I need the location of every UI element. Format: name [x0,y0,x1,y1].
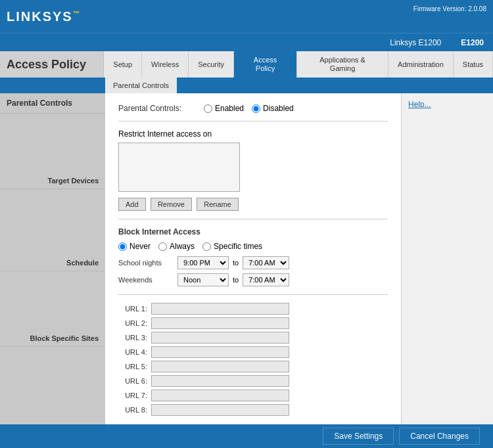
textarea-buttons: Add Remove Rename [118,198,388,211]
never-radio[interactable] [118,242,127,251]
firmware-label: Firmware Version: [413,5,467,12]
never-label: Never [129,242,151,251]
bottom-bar: Save Settings Cancel Changes [0,424,493,448]
url-label-5: URL 5: [118,363,151,370]
weekends-row: Weekends Noon 9:00 PM 8:00 PM 10:00 PM t… [118,273,388,286]
school-nights-row: School nights 9:00 PM 8:00 PM 10:00 PM N… [118,256,388,269]
never-radio-label[interactable]: Never [118,242,151,251]
weekends-label: Weekends [118,276,177,284]
parental-controls-label: Parental Controls: [118,104,204,113]
save-settings-button[interactable]: Save Settings [323,428,394,445]
page-title-nav: Access Policy [7,58,86,72]
nav-status[interactable]: Status [454,51,493,78]
url-label-2: URL 2: [118,319,151,327]
specific-times-radio[interactable] [202,242,211,251]
add-button[interactable]: Add [118,198,146,211]
url-input-2[interactable] [151,317,289,329]
school-to-select[interactable]: 7:00 AM 6:00 AM 8:00 AM 9:00 AM [243,256,289,269]
url-input-1[interactable] [151,303,289,315]
school-to-label: to [233,259,239,267]
parental-controls-radios: Enabled Disabled [204,104,294,113]
url-input-5[interactable] [151,361,289,372]
weekend-to-select[interactable]: 7:00 AM 6:00 AM 8:00 AM 9:00 AM [243,273,289,286]
url-row-8: URL 8: [118,404,388,416]
access-policy-title: Access Policy [0,51,104,78]
trademark: ™ [73,10,81,17]
url-row-6: URL 6: [118,375,388,387]
url-label-3: URL 3: [118,334,151,342]
always-radio[interactable] [158,242,167,251]
device-model: E1200 [461,38,484,47]
sidebar-target-devices: Target Devices [0,173,105,189]
url-row-3: URL 3: [118,332,388,344]
restrict-text: Restrict Internet access on [118,129,212,139]
page-body: Parental Controls Target Devices Schedul… [0,93,493,424]
url-input-4[interactable] [151,346,289,358]
firmware-info: Firmware Version: 2.0.08 [413,5,486,12]
sub-nav: Parental Controls [0,78,493,93]
school-nights-label: School nights [118,259,177,267]
restrict-textarea[interactable] [118,143,240,192]
url-row-1: URL 1: [118,303,388,315]
nav-access-policy[interactable]: Access Policy [234,51,297,78]
restrict-label: Restrict Internet access on [118,129,388,139]
specific-times-label: Specific times [214,242,262,251]
main-nav: Access Policy Setup Wireless Security Ac… [0,51,493,78]
disabled-label: Disabled [263,104,294,113]
help-link[interactable]: Help... [408,100,431,109]
specific-times-radio-label[interactable]: Specific times [202,242,262,251]
url-input-8[interactable] [151,404,289,416]
school-from-select[interactable]: 9:00 PM 8:00 PM 10:00 PM Noon [177,256,229,269]
url-label-7: URL 7: [118,392,151,399]
url-row-2: URL 2: [118,317,388,329]
parental-controls-row: Parental Controls: Enabled Disabled [118,104,388,113]
sidebar-block-sites: Block Specific Sites [0,330,105,347]
remove-button[interactable]: Remove [151,198,192,211]
device-name: Linksys E1200 [390,38,441,47]
enabled-radio[interactable] [204,104,212,113]
disabled-radio[interactable] [252,104,260,113]
url-label-8: URL 8: [118,406,151,414]
top-header: LINKSYS™ Firmware Version: 2.0.08 [0,0,493,33]
logo-text: LINKSYS [7,9,73,24]
sidebar-schedule: Schedule [0,255,105,271]
enabled-label: Enabled [215,104,244,113]
url-input-3[interactable] [151,332,289,344]
nav-applications[interactable]: Applications & Gaming [297,51,388,78]
device-row: Linksys E1200 E1200 [0,33,493,51]
url-fields-container: URL 1:URL 2:URL 3:URL 4:URL 5:URL 6:URL … [118,303,388,416]
always-radio-label[interactable]: Always [158,242,195,251]
nav-setup[interactable]: Setup [104,51,142,78]
sub-nav-parental-controls[interactable]: Parental Controls [105,78,177,93]
url-label-4: URL 4: [118,348,151,356]
nav-administration[interactable]: Administration [388,51,454,78]
block-schedule-radios: Never Always Specific times [118,242,388,251]
url-label-6: URL 6: [118,377,151,385]
firmware-version: 2.0.08 [468,5,486,12]
rename-button[interactable]: Rename [197,198,239,211]
enabled-radio-label[interactable]: Enabled [204,104,244,113]
disabled-radio-label[interactable]: Disabled [252,104,294,113]
sidebar-parental-controls: Parental Controls [0,93,105,114]
url-label-1: URL 1: [118,305,151,313]
block-internet-title: Block Internet Access [118,227,388,236]
url-row-7: URL 7: [118,390,388,401]
always-label: Always [170,242,195,251]
nav-security[interactable]: Security [189,51,234,78]
main-content: Parental Controls: Enabled Disabled Rest… [105,93,401,424]
right-panel: Help... [401,93,493,424]
weekend-to-label: to [233,276,239,284]
nav-wireless[interactable]: Wireless [142,51,189,78]
url-row-5: URL 5: [118,361,388,372]
weekend-from-select[interactable]: Noon 9:00 PM 8:00 PM 10:00 PM [177,273,229,286]
url-input-7[interactable] [151,390,289,401]
sidebar: Parental Controls Target Devices Schedul… [0,93,105,424]
cancel-changes-button[interactable]: Cancel Changes [399,428,480,445]
logo: LINKSYS™ [7,9,81,24]
url-row-4: URL 4: [118,346,388,358]
url-input-6[interactable] [151,375,289,387]
